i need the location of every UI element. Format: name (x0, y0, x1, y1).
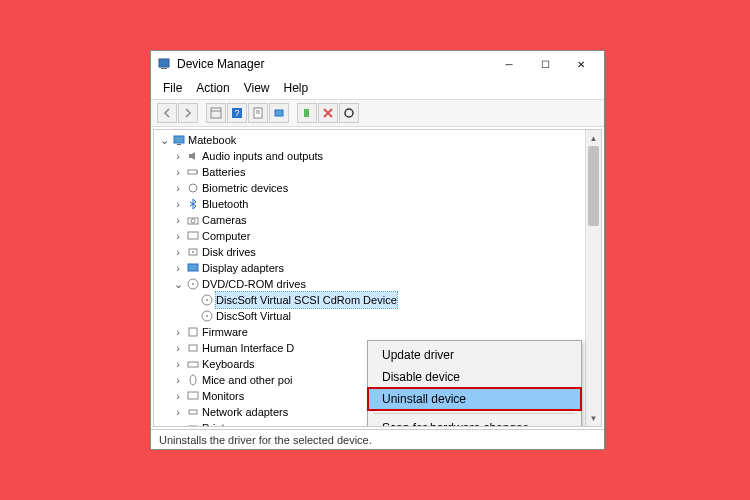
tree-item[interactable]: ›Audio inputs and outputs (158, 148, 597, 164)
scroll-up-icon[interactable]: ▲ (586, 130, 601, 146)
tree-item-label: Batteries (202, 164, 245, 180)
show-hidden-button[interactable] (206, 103, 226, 123)
tree-item-label: Network adapters (202, 404, 288, 420)
expand-icon[interactable]: › (172, 356, 184, 372)
tree-item[interactable]: ›Bluetooth (158, 196, 597, 212)
display-icon (186, 261, 200, 275)
expand-icon[interactable]: › (172, 372, 184, 388)
svg-rect-15 (197, 171, 198, 173)
enable-button[interactable] (297, 103, 317, 123)
statusbar-text: Uninstalls the driver for the selected d… (159, 434, 372, 446)
expand-icon[interactable]: › (172, 404, 184, 420)
expand-icon[interactable]: › (172, 212, 184, 228)
tree-item[interactable]: ›Cameras (158, 212, 597, 228)
tree-item-dvd[interactable]: ⌄DVD/CD-ROM drives (158, 276, 597, 292)
back-button[interactable] (157, 103, 177, 123)
expand-icon[interactable]: › (172, 340, 184, 356)
scan-button[interactable] (269, 103, 289, 123)
tree-item[interactable]: ›Disk drives (158, 244, 597, 260)
menu-action[interactable]: Action (190, 79, 235, 97)
expand-icon[interactable]: › (172, 196, 184, 212)
tree-item[interactable]: ›Firmware (158, 324, 597, 340)
tree-item-selected[interactable]: DiscSoft Virtual SCSI CdRom Device (158, 292, 597, 308)
expand-icon[interactable]: › (172, 260, 184, 276)
tree-item-label: Disk drives (202, 244, 256, 260)
help-button[interactable]: ? (227, 103, 247, 123)
expand-icon[interactable]: › (172, 180, 184, 196)
svg-point-26 (206, 299, 208, 301)
collapse-icon[interactable]: ⌄ (158, 132, 170, 148)
minimize-button[interactable]: ─ (492, 53, 526, 75)
svg-point-16 (189, 184, 197, 192)
battery-icon (186, 165, 200, 179)
window-controls: ─ ☐ ✕ (492, 53, 598, 75)
svg-rect-34 (189, 410, 197, 414)
context-separator (374, 413, 575, 414)
vertical-scrollbar[interactable]: ▲ ▼ (585, 130, 601, 426)
audio-icon (186, 149, 200, 163)
toolbar: ? (151, 99, 604, 127)
scroll-thumb[interactable] (588, 146, 599, 226)
tree-item[interactable]: ›Computer (158, 228, 597, 244)
maximize-button[interactable]: ☐ (528, 53, 562, 75)
properties-button[interactable] (248, 103, 268, 123)
expand-icon[interactable]: › (172, 324, 184, 340)
tree-item-label: Display adapters (202, 260, 284, 276)
mouse-icon (186, 373, 200, 387)
svg-rect-35 (189, 426, 197, 427)
uninstall-button[interactable] (318, 103, 338, 123)
tree-item[interactable]: ›Display adapters (158, 260, 597, 276)
hid-icon (186, 341, 200, 355)
computer-icon (172, 133, 186, 147)
menu-help[interactable]: Help (278, 79, 315, 97)
tree-item-label: DiscSoft Virtual (216, 308, 291, 324)
tree-item-label: Keyboards (202, 356, 255, 372)
computer-icon (186, 229, 200, 243)
tree-item-label: Print queues (202, 420, 264, 427)
svg-rect-31 (188, 362, 198, 367)
biometric-icon (186, 181, 200, 195)
svg-rect-12 (174, 136, 184, 143)
tree-item-label: Biometric devices (202, 180, 288, 196)
tree-item-label: Audio inputs and outputs (202, 148, 323, 164)
context-scan-hardware[interactable]: Scan for hardware changes (368, 417, 581, 427)
monitor-icon (186, 389, 200, 403)
tree-root[interactable]: ⌄ Matebook (158, 132, 597, 148)
expand-icon[interactable]: › (172, 388, 184, 404)
svg-rect-1 (161, 68, 167, 69)
svg-rect-10 (304, 109, 309, 117)
collapse-icon[interactable]: ⌄ (172, 276, 184, 292)
expand-icon[interactable]: › (172, 164, 184, 180)
forward-button[interactable] (178, 103, 198, 123)
window-title: Device Manager (177, 57, 492, 71)
tree-item[interactable]: ›Biometric devices (158, 180, 597, 196)
statusbar: Uninstalls the driver for the selected d… (151, 429, 604, 449)
network-icon (186, 405, 200, 419)
close-button[interactable]: ✕ (564, 53, 598, 75)
svg-rect-30 (189, 345, 197, 351)
expand-icon[interactable]: › (172, 228, 184, 244)
toolbar-separator (199, 103, 205, 123)
context-update-driver[interactable]: Update driver (368, 344, 581, 366)
menubar: File Action View Help (151, 77, 604, 99)
printer-icon (186, 421, 200, 427)
expand-icon[interactable]: › (172, 420, 184, 427)
svg-point-21 (192, 251, 194, 253)
expand-icon[interactable]: › (172, 244, 184, 260)
toolbar-separator (290, 103, 296, 123)
tree-item-label: Mice and other poi (202, 372, 293, 388)
menu-file[interactable]: File (157, 79, 188, 97)
context-uninstall-device[interactable]: Uninstall device (368, 388, 581, 410)
menu-view[interactable]: View (238, 79, 276, 97)
scroll-down-icon[interactable]: ▼ (586, 410, 601, 426)
svg-point-18 (191, 219, 195, 223)
tree-item[interactable]: ›Batteries (158, 164, 597, 180)
tree-item-label: DiscSoft Virtual SCSI CdRom Device (216, 292, 397, 308)
dvd-icon (200, 293, 214, 307)
expand-icon[interactable]: › (172, 148, 184, 164)
context-disable-device[interactable]: Disable device (368, 366, 581, 388)
svg-point-24 (192, 283, 194, 285)
update-button[interactable] (339, 103, 359, 123)
tree-item[interactable]: DiscSoft Virtual (158, 308, 597, 324)
svg-rect-22 (188, 264, 198, 271)
